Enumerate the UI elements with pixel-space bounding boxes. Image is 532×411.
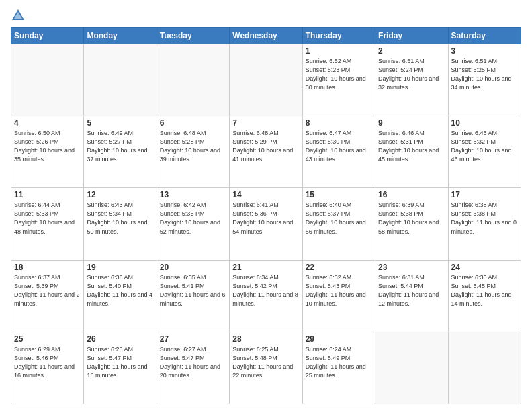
day-info: Sunrise: 6:44 AM Sunset: 5:33 PM Dayligh…: [14, 201, 81, 236]
day-number: 2: [378, 46, 445, 56]
day-info: Sunrise: 6:29 AM Sunset: 5:46 PM Dayligh…: [14, 345, 81, 380]
calendar-cell: 4Sunrise: 6:50 AM Sunset: 5:26 PM Daylig…: [11, 116, 84, 188]
day-info: Sunrise: 6:30 AM Sunset: 5:45 PM Dayligh…: [451, 273, 518, 308]
day-number: 13: [160, 190, 226, 199]
day-number: 12: [87, 190, 153, 199]
calendar-cell: 11Sunrise: 6:44 AM Sunset: 5:33 PM Dayli…: [11, 188, 84, 260]
logo-icon: [11, 8, 26, 23]
day-number: 29: [306, 334, 372, 344]
day-info: Sunrise: 6:25 AM Sunset: 5:48 PM Dayligh…: [232, 345, 299, 380]
day-number: 4: [14, 118, 81, 128]
calendar-cell: [11, 44, 84, 116]
calendar-cell: [375, 332, 448, 404]
day-info: Sunrise: 6:37 AM Sunset: 5:39 PM Dayligh…: [14, 273, 81, 308]
calendar-cell: 10Sunrise: 6:45 AM Sunset: 5:32 PM Dayli…: [448, 116, 521, 188]
week-row-1: 4Sunrise: 6:50 AM Sunset: 5:26 PM Daylig…: [11, 116, 521, 188]
day-info: Sunrise: 6:49 AM Sunset: 5:27 PM Dayligh…: [87, 129, 153, 164]
day-info: Sunrise: 6:36 AM Sunset: 5:40 PM Dayligh…: [87, 273, 153, 308]
calendar-cell: 7Sunrise: 6:48 AM Sunset: 5:29 PM Daylig…: [230, 116, 302, 188]
calendar-cell: 17Sunrise: 6:38 AM Sunset: 5:38 PM Dayli…: [448, 188, 521, 260]
day-info: Sunrise: 6:45 AM Sunset: 5:32 PM Dayligh…: [451, 129, 518, 164]
day-info: Sunrise: 6:42 AM Sunset: 5:35 PM Dayligh…: [160, 201, 226, 236]
calendar-header-thursday: Thursday: [302, 28, 375, 44]
day-number: 9: [378, 118, 445, 128]
day-info: Sunrise: 6:31 AM Sunset: 5:44 PM Dayligh…: [378, 273, 445, 308]
calendar-cell: 26Sunrise: 6:28 AM Sunset: 5:47 PM Dayli…: [84, 332, 157, 404]
day-number: 6: [160, 118, 226, 128]
calendar-cell: 1Sunrise: 6:52 AM Sunset: 5:23 PM Daylig…: [302, 44, 375, 116]
logo: [11, 8, 28, 23]
day-number: 26: [87, 334, 153, 344]
day-number: 3: [451, 46, 518, 56]
week-row-4: 25Sunrise: 6:29 AM Sunset: 5:46 PM Dayli…: [11, 332, 521, 404]
calendar-cell: 18Sunrise: 6:37 AM Sunset: 5:39 PM Dayli…: [11, 260, 84, 332]
week-row-2: 11Sunrise: 6:44 AM Sunset: 5:33 PM Dayli…: [11, 188, 521, 260]
calendar-header-sunday: Sunday: [11, 28, 84, 44]
calendar-cell: 24Sunrise: 6:30 AM Sunset: 5:45 PM Dayli…: [448, 260, 521, 332]
day-info: Sunrise: 6:38 AM Sunset: 5:38 PM Dayligh…: [451, 201, 518, 236]
day-number: 10: [451, 118, 518, 128]
calendar-cell: [448, 332, 521, 404]
day-info: Sunrise: 6:40 AM Sunset: 5:37 PM Dayligh…: [306, 201, 372, 236]
day-info: Sunrise: 6:35 AM Sunset: 5:41 PM Dayligh…: [160, 273, 226, 308]
calendar-cell: 21Sunrise: 6:34 AM Sunset: 5:42 PM Dayli…: [230, 260, 302, 332]
day-info: Sunrise: 6:48 AM Sunset: 5:28 PM Dayligh…: [160, 129, 226, 164]
day-info: Sunrise: 6:24 AM Sunset: 5:49 PM Dayligh…: [306, 345, 372, 380]
calendar-header-friday: Friday: [375, 28, 448, 44]
calendar-cell: 15Sunrise: 6:40 AM Sunset: 5:37 PM Dayli…: [302, 188, 375, 260]
day-info: Sunrise: 6:28 AM Sunset: 5:47 PM Dayligh…: [87, 345, 153, 380]
header: [11, 8, 521, 23]
calendar-cell: 3Sunrise: 6:51 AM Sunset: 5:25 PM Daylig…: [448, 44, 521, 116]
calendar-cell: 14Sunrise: 6:41 AM Sunset: 5:36 PM Dayli…: [230, 188, 302, 260]
day-number: 23: [378, 263, 445, 272]
day-info: Sunrise: 6:41 AM Sunset: 5:36 PM Dayligh…: [232, 201, 299, 236]
day-number: 7: [232, 118, 299, 128]
day-number: 16: [378, 190, 445, 199]
calendar-cell: 16Sunrise: 6:39 AM Sunset: 5:38 PM Dayli…: [375, 188, 448, 260]
day-number: 11: [14, 190, 81, 199]
day-info: Sunrise: 6:27 AM Sunset: 5:47 PM Dayligh…: [160, 345, 226, 380]
day-info: Sunrise: 6:50 AM Sunset: 5:26 PM Dayligh…: [14, 129, 81, 164]
calendar-cell: 12Sunrise: 6:43 AM Sunset: 5:34 PM Dayli…: [84, 188, 157, 260]
calendar-cell: 6Sunrise: 6:48 AM Sunset: 5:28 PM Daylig…: [157, 116, 229, 188]
calendar-cell: 27Sunrise: 6:27 AM Sunset: 5:47 PM Dayli…: [157, 332, 229, 404]
day-number: 22: [306, 263, 372, 272]
calendar-cell: [157, 44, 229, 116]
calendar-cell: 5Sunrise: 6:49 AM Sunset: 5:27 PM Daylig…: [84, 116, 157, 188]
day-info: Sunrise: 6:43 AM Sunset: 5:34 PM Dayligh…: [87, 201, 153, 236]
calendar-cell: 20Sunrise: 6:35 AM Sunset: 5:41 PM Dayli…: [157, 260, 229, 332]
day-number: 15: [306, 190, 372, 199]
day-number: 24: [451, 263, 518, 272]
day-info: Sunrise: 6:51 AM Sunset: 5:24 PM Dayligh…: [378, 57, 445, 92]
day-number: 28: [232, 334, 299, 344]
week-row-3: 18Sunrise: 6:37 AM Sunset: 5:39 PM Dayli…: [11, 260, 521, 332]
day-info: Sunrise: 6:51 AM Sunset: 5:25 PM Dayligh…: [451, 57, 518, 92]
calendar-cell: [230, 44, 302, 116]
calendar-cell: 8Sunrise: 6:47 AM Sunset: 5:30 PM Daylig…: [302, 116, 375, 188]
day-number: 25: [14, 334, 81, 344]
day-number: 21: [232, 263, 299, 272]
day-info: Sunrise: 6:47 AM Sunset: 5:30 PM Dayligh…: [306, 129, 372, 164]
day-number: 1: [306, 46, 372, 56]
day-number: 27: [160, 334, 226, 344]
week-row-0: 1Sunrise: 6:52 AM Sunset: 5:23 PM Daylig…: [11, 44, 521, 116]
calendar-cell: 22Sunrise: 6:32 AM Sunset: 5:43 PM Dayli…: [302, 260, 375, 332]
day-info: Sunrise: 6:32 AM Sunset: 5:43 PM Dayligh…: [306, 273, 372, 308]
calendar-cell: 2Sunrise: 6:51 AM Sunset: 5:24 PM Daylig…: [375, 44, 448, 116]
calendar-cell: 29Sunrise: 6:24 AM Sunset: 5:49 PM Dayli…: [302, 332, 375, 404]
day-number: 5: [87, 118, 153, 128]
calendar-header-row: SundayMondayTuesdayWednesdayThursdayFrid…: [11, 28, 521, 44]
day-info: Sunrise: 6:39 AM Sunset: 5:38 PM Dayligh…: [378, 201, 445, 236]
day-number: 18: [14, 263, 81, 272]
calendar-cell: 28Sunrise: 6:25 AM Sunset: 5:48 PM Dayli…: [230, 332, 302, 404]
day-info: Sunrise: 6:46 AM Sunset: 5:31 PM Dayligh…: [378, 129, 445, 164]
calendar-cell: 25Sunrise: 6:29 AM Sunset: 5:46 PM Dayli…: [11, 332, 84, 404]
day-info: Sunrise: 6:34 AM Sunset: 5:42 PM Dayligh…: [232, 273, 299, 308]
calendar-header-wednesday: Wednesday: [230, 28, 302, 44]
calendar-header-monday: Monday: [84, 28, 157, 44]
calendar-cell: 19Sunrise: 6:36 AM Sunset: 5:40 PM Dayli…: [84, 260, 157, 332]
calendar-cell: 13Sunrise: 6:42 AM Sunset: 5:35 PM Dayli…: [157, 188, 229, 260]
calendar-header-tuesday: Tuesday: [157, 28, 229, 44]
day-number: 19: [87, 263, 153, 272]
day-info: Sunrise: 6:52 AM Sunset: 5:23 PM Dayligh…: [306, 57, 372, 92]
